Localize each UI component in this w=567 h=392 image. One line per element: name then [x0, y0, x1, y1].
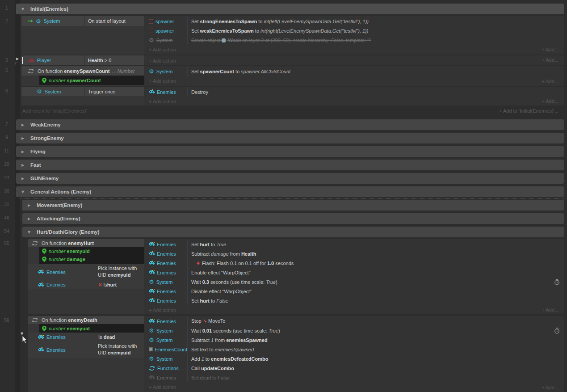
add-button[interactable]: + Add... [542, 47, 559, 52]
condition-text: On start of layout [85, 18, 126, 24]
add-action[interactable]: + Add action [144, 45, 564, 54]
action-row[interactable]: Functions Call updateCombo [144, 363, 564, 373]
param-row[interactable]: number enemyuid [39, 247, 144, 255]
action-text: Set hurt to False [188, 298, 228, 303]
add-button[interactable]: + Add... [542, 98, 559, 104]
action-row[interactable]: Enemies Enable effect "WarpObject" [144, 268, 564, 277]
group-title: General Actions (Enemy) [30, 189, 91, 194]
action-row[interactable]: Enemies Subtract damage from Health [144, 249, 564, 258]
add-to-group-link[interactable]: + Add to 'Initial(Enemies)'... [499, 108, 559, 114]
action-text: Wait 0.01 seconds (use time scale: True) [188, 328, 280, 333]
object-name: Enemies [46, 334, 66, 340]
action-row-disabled[interactable]: Enemies Set dead to False [144, 373, 564, 382]
action-text: Set weakEnemiesToSpawn to int(right(Leve… [188, 28, 368, 34]
group-hurt-death-glory[interactable]: ▼ Hurt/Death/Glory (Enemy) [22, 227, 564, 237]
group-fast[interactable]: ▶ Fast [16, 160, 564, 170]
object-name: Enemies [157, 375, 176, 380]
action-row[interactable]: Enemies Set hurt to False [144, 296, 564, 305]
enemies-icon [149, 251, 155, 256]
object-name: Enemies [157, 242, 176, 247]
condition-health[interactable]: Player Health > 0 [21, 55, 144, 65]
action-row[interactable]: ⚙System Add 1 to enemiesDefeatedCombo [144, 354, 564, 363]
action-row[interactable]: ⚙System Wait 0.3 seconds (use time scale… [144, 277, 564, 287]
group-attacking[interactable]: ▶ Attacking(Enemy) [22, 213, 564, 224]
condition-pick-uid[interactable]: Enemies Pick instance with UID enemyuid [28, 264, 144, 280]
enemies-icon [38, 335, 44, 340]
add-button[interactable]: + Add... [542, 79, 559, 84]
action-row[interactable]: spawner Set strongEnemiesToSpawn to int(… [144, 17, 564, 26]
group-movement[interactable]: ▶ Movement(Enemy) [22, 200, 564, 211]
line-number: 1 [1, 5, 13, 11]
action-row[interactable]: Enemies Destroy [144, 87, 564, 97]
group-strongenemy[interactable]: ▶ StrongEnemy [16, 133, 564, 143]
condition-on-start-of-layout[interactable]: ⚙ System On start of layout [21, 16, 144, 26]
add-button[interactable]: + Add... [542, 57, 559, 63]
chevron-right-icon: ▶ [21, 177, 26, 181]
condition-trigger-once[interactable]: ⚙ System Trigger once [21, 87, 144, 96]
chevron-right-icon: ▶ [28, 217, 32, 221]
param-row[interactable]: number enemyuid [39, 324, 144, 333]
add-event-link[interactable]: Add event to 'Initial(Enemies)' [22, 108, 87, 114]
enemies-icon [149, 289, 155, 294]
action-row[interactable]: spawner Set weakEnemiesToSpawn to int(ri… [144, 26, 564, 35]
action-text: Disable effect "WarpObject" [188, 289, 252, 294]
condition-is-dead[interactable]: Enemies Is dead [28, 333, 144, 341]
group-flying[interactable]: ▶ Flying [16, 146, 564, 157]
action-row[interactable]: EnemiesCount Set text to enemiesSpawned [144, 345, 564, 354]
action-row[interactable]: ⚙System Wait 0.01 seconds (use time scal… [144, 326, 564, 335]
action-text: Stop ↘ MoveTo [188, 318, 225, 324]
enemies-icon [149, 375, 155, 380]
action-row[interactable]: Enemies Set hurt to True [144, 240, 564, 249]
function-header[interactable]: On function enemyDeath [28, 316, 144, 324]
chevron-right-icon: ▶ [21, 123, 26, 127]
add-action[interactable]: + Add action [144, 56, 564, 65]
add-action[interactable]: + Add action [144, 76, 564, 85]
system-icon: ⚙ [149, 356, 154, 362]
action-row-disabled[interactable]: ⚙System Create object Weak on layer 2 at… [144, 35, 564, 45]
object-name: System [156, 69, 173, 74]
object-name: Enemies [157, 289, 176, 294]
add-action[interactable]: + Add action [144, 382, 564, 392]
condition-text: Pick instance with UID enemyuid [95, 341, 143, 358]
condition-text: Is dead [95, 334, 115, 340]
event-block-2: ⚙ System On start of layout spawner Set … [21, 16, 564, 55]
condition-pick-uid[interactable]: Enemies Pick instance with UID enemyuid [28, 341, 144, 358]
add-action[interactable]: + Add action [144, 97, 564, 105]
function-header[interactable]: On function enemySpawnCount → Number [21, 66, 144, 76]
object-name: System [45, 89, 61, 94]
param-row[interactable]: number damage [39, 255, 144, 263]
action-row[interactable]: Enemies Disable effect "WarpObject" [144, 287, 564, 296]
function-name: On function enemySpawnCount → Number [38, 68, 135, 74]
condition-text: Pick instance with UID enemyuid [95, 264, 143, 280]
add-button[interactable]: + Add... [542, 307, 559, 312]
function-header[interactable]: On function enemyHurt [28, 239, 144, 247]
wait-clock-icon [554, 328, 560, 335]
enemies-icon [149, 89, 155, 94]
group-weakenemy[interactable]: ▶ WeakEnemy [16, 119, 564, 130]
action-row[interactable]: ⚙System Subtract 1 from enemiesSpawned [144, 335, 564, 345]
object-name: Enemies [46, 347, 66, 353]
mouse-cursor [22, 335, 27, 344]
function-params: number enemyuid number damage [39, 247, 144, 264]
param-row[interactable]: number spawnerCount [39, 76, 144, 85]
condition-is-hurt-inverted[interactable]: Enemies ×Is hurt [28, 280, 144, 289]
group-initial-enemies[interactable]: ▼ Initial(Enemies) [16, 4, 564, 14]
spawner-icon [149, 29, 153, 33]
object-name: System [156, 328, 173, 333]
line-number: 56 [1, 317, 13, 323]
group-title: Movement(Enemy) [37, 202, 82, 208]
param-pin-icon [42, 78, 46, 83]
add-button[interactable]: + Add... [542, 385, 559, 390]
add-action[interactable]: + Add action [144, 305, 564, 314]
event-block-55: On function enemyHurt number enemyuid nu… [28, 239, 564, 314]
function-icon [28, 68, 34, 74]
group-gunenemy[interactable]: ▶ GUNEnemy [16, 173, 564, 184]
action-text: Set strongEnemiesToSpawn to int(left(Lev… [188, 19, 369, 24]
action-row[interactable]: Enemies Stop ↘ MoveTo [144, 316, 564, 326]
action-row[interactable]: Enemies Flash: Flash 0.1 on 0.1 off for … [144, 258, 564, 268]
object-name: System [156, 337, 173, 343]
action-row[interactable]: ⚙System Set spawnerCount to spawner.AllC… [144, 67, 564, 76]
line-number: 24 [1, 175, 13, 180]
param-text: number enemyuid [49, 326, 90, 331]
group-general-actions[interactable]: ▼ General Actions (Enemy) [16, 186, 564, 197]
